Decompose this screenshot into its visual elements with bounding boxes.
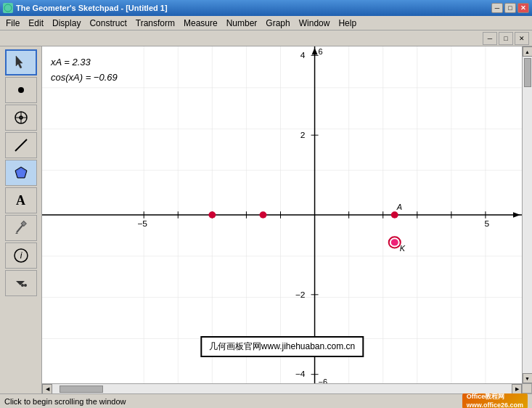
svg-marker-37: [312, 48, 318, 54]
marker-tool[interactable]: [5, 215, 37, 241]
office-badge-line1: Office教程网: [467, 393, 523, 401]
svg-marker-39: [513, 212, 520, 218]
scroll-up-button[interactable]: ▲: [523, 46, 533, 57]
polygon-tool[interactable]: [5, 160, 37, 186]
menu-graph[interactable]: Graph: [261, 17, 294, 30]
svg-point-2: [18, 87, 24, 93]
office-badge-line2: www.office26.com: [467, 401, 523, 409]
scrollbar-horizontal[interactable]: ◀ ▶: [42, 383, 522, 393]
window-title: The Geometer's Sketchpad - [Untitled 1]: [16, 4, 168, 12]
menu-file[interactable]: File: [1, 17, 24, 30]
svg-text:6: 6: [319, 48, 323, 57]
svg-text:5: 5: [485, 219, 490, 228]
svg-marker-1: [16, 56, 22, 68]
compass-tool[interactable]: [5, 105, 37, 131]
status-bar: Click to begin scrolling the window Offi…: [0, 393, 532, 408]
point-neg3[interactable]: [208, 211, 216, 218]
left-toolbar: A i: [0, 46, 42, 393]
svg-text:4: 4: [300, 50, 306, 60]
point-neg1-5[interactable]: [259, 211, 266, 218]
graph-svg: −5 5: [42, 46, 522, 383]
canvas-area[interactable]: xA = 2.33 cos(xA) = −0.69: [42, 46, 532, 393]
svg-point-16: [24, 284, 27, 287]
menu-number[interactable]: Number: [222, 17, 262, 30]
app-icon: [3, 3, 13, 13]
scroll-track-v[interactable]: [523, 57, 532, 373]
svg-point-0: [4, 4, 12, 12]
svg-marker-11: [15, 232, 18, 234]
scroll-thumb-h[interactable]: [60, 385, 103, 393]
office-badge: Office教程网 www.office26.com: [462, 391, 528, 408]
line-tool[interactable]: [5, 132, 37, 158]
menu-measure[interactable]: Measure: [179, 17, 222, 30]
scroll-corner: [522, 383, 532, 393]
scrollbar-vertical[interactable]: ▲ ▼: [522, 46, 532, 383]
svg-line-7: [15, 139, 27, 151]
status-message: Click to begin scrolling the window: [4, 397, 126, 406]
inner-toolbar: ─ □ ✕: [0, 30, 532, 46]
svg-text:−5: −5: [137, 219, 147, 228]
menu-edit[interactable]: Edit: [24, 17, 48, 30]
svg-text:i: i: [20, 250, 22, 261]
point-tool[interactable]: [5, 77, 37, 103]
menu-construct[interactable]: Construct: [85, 17, 131, 30]
point-A[interactable]: [391, 211, 398, 218]
point-K-label: K: [400, 244, 406, 253]
scroll-right-button[interactable]: ▶: [512, 384, 522, 394]
measurements-overlay: xA = 2.33 cos(xA) = −0.69: [51, 55, 118, 86]
svg-text:−2: −2: [295, 290, 306, 299]
minimize-button[interactable]: ─: [491, 3, 503, 13]
xa-measurement: xA = 2.33: [51, 55, 118, 70]
scroll-track-h[interactable]: [52, 384, 512, 393]
graph-canvas[interactable]: xA = 2.33 cos(xA) = −0.69: [42, 46, 522, 383]
select-tool[interactable]: [5, 49, 37, 76]
inner-max-button[interactable]: □: [499, 32, 513, 45]
maximize-button[interactable]: □: [504, 3, 516, 13]
svg-text:2: 2: [300, 130, 306, 139]
svg-text:−6: −6: [319, 378, 328, 383]
title-bar: The Geometer's Sketchpad - [Untitled 1] …: [0, 0, 532, 16]
point-K-fill[interactable]: [391, 239, 398, 245]
watermark-banner: 几何画板官网www.jihehuaban.com.cn: [200, 336, 364, 357]
inner-min-button[interactable]: ─: [483, 32, 497, 45]
svg-text:−4: −4: [295, 370, 306, 379]
menu-transform[interactable]: Transform: [131, 17, 179, 30]
close-button[interactable]: ✕: [517, 3, 529, 13]
scroll-left-button[interactable]: ◀: [42, 384, 52, 394]
menu-help[interactable]: Help: [334, 17, 361, 30]
point-A-label: A: [396, 203, 402, 212]
menu-window[interactable]: Window: [295, 17, 335, 30]
inner-close-button[interactable]: ✕: [515, 32, 529, 45]
svg-point-17: [21, 284, 24, 287]
cos-measurement: cos(xA) = −0.69: [51, 70, 118, 86]
menu-bar: File Edit Display Construct Transform Me…: [0, 16, 532, 30]
main-area: A i: [0, 46, 532, 393]
more-tool[interactable]: [5, 270, 37, 296]
watermark-text: 几何画板官网www.jihehuaban.com.cn: [209, 341, 355, 351]
menu-display[interactable]: Display: [48, 17, 85, 30]
text-tool[interactable]: A: [5, 187, 37, 213]
info-tool[interactable]: i: [5, 242, 37, 269]
scroll-down-button[interactable]: ▼: [523, 373, 533, 383]
scroll-thumb-v[interactable]: [524, 58, 531, 87]
